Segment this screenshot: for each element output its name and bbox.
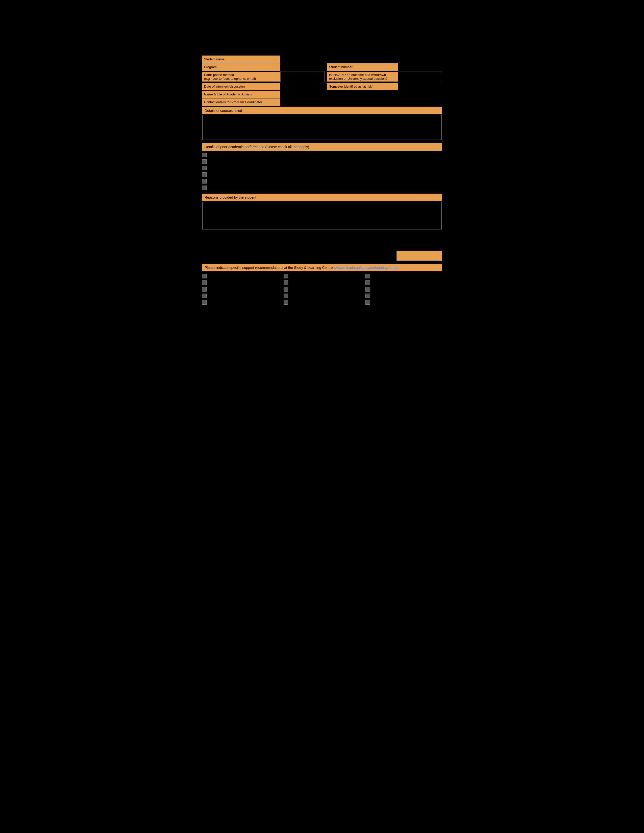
poor-performance-checkbox-row-6 xyxy=(202,185,442,191)
exclusion-label-line1: Is this APIP an outcome of a withdrawn xyxy=(329,73,386,77)
support-checkbox-11[interactable] xyxy=(365,274,370,278)
program-coordinator-label: Contact details for Program Coordinator xyxy=(202,98,280,106)
support-checkbox-9[interactable] xyxy=(283,294,288,298)
support-cb-row-11 xyxy=(365,273,442,279)
support-checkbox-10[interactable] xyxy=(283,300,288,305)
poor-performance-checkbox-1[interactable] xyxy=(202,153,206,157)
support-link[interactable]: www.rmit.edu.au/studyandlearningcentre xyxy=(333,265,398,270)
exclusion-label-line2: exclusion or University appeal decision? xyxy=(329,77,387,80)
support-checkbox-12[interactable] xyxy=(365,280,370,285)
student-number-label: Student number xyxy=(327,63,398,71)
support-checkbox-6[interactable] xyxy=(283,274,288,278)
program-label: Program xyxy=(202,63,280,71)
courses-failed-header: Details of courses failed xyxy=(202,107,442,114)
support-checkbox-1[interactable] xyxy=(202,274,206,278)
poor-performance-checkbox-row-2 xyxy=(202,159,442,164)
support-checkbox-15[interactable] xyxy=(365,300,370,305)
reasons-header: Reasons provided by the student xyxy=(202,194,442,201)
poor-performance-header: Details of poor academic performance (pl… xyxy=(202,143,442,151)
support-cb-row-13 xyxy=(365,286,442,292)
semester-label: Semester identified as 'at risk' xyxy=(327,83,398,90)
date-label: Date of interview/discussion xyxy=(202,83,280,90)
poor-performance-checkbox-2[interactable] xyxy=(202,159,206,164)
support-cb-row-5 xyxy=(202,300,279,305)
support-cb-row-12 xyxy=(365,280,442,286)
exclusion-input[interactable] xyxy=(398,71,442,82)
support-checkbox-7[interactable] xyxy=(283,280,288,285)
support-cb-row-4 xyxy=(202,293,279,299)
poor-performance-checkbox-3[interactable] xyxy=(202,166,206,170)
support-cb-row-6 xyxy=(283,273,360,279)
courses-failed-textarea[interactable] xyxy=(202,115,442,140)
academic-advisor-label: Name & title of Academic Advisor xyxy=(202,91,280,98)
poor-performance-checkbox-4[interactable] xyxy=(202,172,206,177)
support-checkbox-4[interactable] xyxy=(202,294,206,298)
support-cb-row-2 xyxy=(202,280,279,286)
support-checkbox-5[interactable] xyxy=(202,300,206,305)
participation-method-label-line2: (e.g. face-to-face, telephone, email) xyxy=(204,77,256,80)
poor-performance-checkbox-row-3 xyxy=(202,165,442,171)
submit-button[interactable] xyxy=(396,251,442,261)
participation-method-label-line1: Participation method xyxy=(204,73,234,77)
student-name-label: Student name xyxy=(202,56,280,63)
poor-performance-checkbox-row-1 xyxy=(202,152,442,158)
support-checkbox-3[interactable] xyxy=(202,287,206,291)
support-cb-row-8 xyxy=(283,286,360,292)
poor-performance-checkbox-5[interactable] xyxy=(202,179,206,183)
support-checkbox-8[interactable] xyxy=(283,287,288,291)
support-cb-row-7 xyxy=(283,280,360,286)
support-cb-row-1 xyxy=(202,273,279,279)
support-checkbox-14[interactable] xyxy=(365,294,370,298)
poor-performance-checkbox-row-5 xyxy=(202,178,442,184)
reasons-textarea[interactable] xyxy=(202,202,442,230)
poor-performance-checkbox-row-4 xyxy=(202,172,442,177)
poor-performance-checkbox-6[interactable] xyxy=(202,185,206,190)
support-cb-row-9 xyxy=(283,293,360,299)
support-cb-row-10 xyxy=(283,300,360,305)
support-cb-row-15 xyxy=(365,300,442,305)
support-header: Please indicate specific support recomme… xyxy=(202,264,442,271)
participation-method-input[interactable] xyxy=(280,71,325,82)
support-checkbox-13[interactable] xyxy=(365,287,370,291)
support-label-text: Please indicate specific support recomme… xyxy=(204,265,333,270)
support-checkbox-2[interactable] xyxy=(202,280,206,285)
support-cb-row-3 xyxy=(202,286,279,292)
support-cb-row-14 xyxy=(365,293,442,299)
